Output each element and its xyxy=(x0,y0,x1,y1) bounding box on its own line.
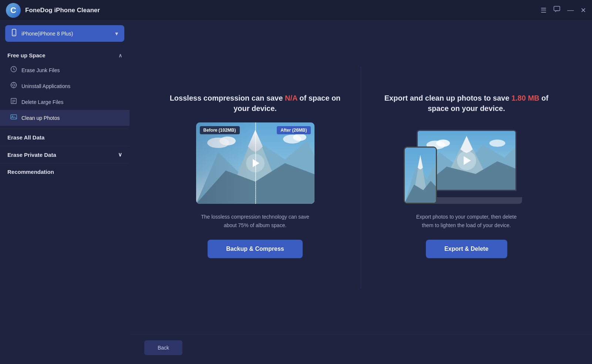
backup-compress-button[interactable]: Backup & Compress xyxy=(208,240,303,258)
compress-description: The lossless compression technology can … xyxy=(200,213,311,229)
sidebar-item-erase-all[interactable]: Erase All Data xyxy=(0,129,130,146)
phone xyxy=(404,146,437,204)
compress-card: Lossless compression can save N/A of spa… xyxy=(154,82,357,273)
window-controls: ☰ — ✕ xyxy=(541,6,586,15)
clock-icon xyxy=(10,66,17,74)
sidebar-item-uninstall-apps[interactable]: Uninstall Applications xyxy=(0,78,130,94)
export-card: Export and clean up photos to save 1.80 … xyxy=(365,82,568,273)
chevron-down-icon: ∨ xyxy=(118,151,122,158)
chat-icon[interactable] xyxy=(553,6,561,15)
svg-rect-0 xyxy=(554,6,560,11)
before-badge: Before (102MB) xyxy=(200,126,240,134)
minimize-icon[interactable]: — xyxy=(567,6,574,14)
sidebar-item-clean-photos[interactable]: Clean up Photos xyxy=(0,110,130,126)
phone-icon xyxy=(10,29,18,38)
card-divider xyxy=(361,67,361,289)
content-body: Lossless compression can save N/A of spa… xyxy=(130,21,592,334)
titlebar: C FoneDog iPhone Cleaner ☰ — ✕ xyxy=(0,0,592,21)
svg-point-5 xyxy=(13,84,15,86)
clean-photos-label: Clean up Photos xyxy=(21,115,60,121)
export-image xyxy=(404,122,529,204)
free-up-space-header[interactable]: Free up Space ∧ xyxy=(0,48,130,62)
device-chevron: ▼ xyxy=(114,31,119,37)
erase-junk-label: Erase Junk Files xyxy=(21,67,60,73)
delete-large-label: Delete Large Files xyxy=(21,99,64,105)
sidebar-item-delete-large[interactable]: Delete Large Files xyxy=(0,94,130,110)
bottom-bar: Back xyxy=(130,334,592,364)
phone-screen xyxy=(405,148,436,203)
file-icon xyxy=(10,98,17,106)
compress-heading: Lossless compression can save N/A of spa… xyxy=(168,93,342,114)
menu-icon[interactable]: ☰ xyxy=(541,6,546,14)
export-delete-button[interactable]: Export & Delete xyxy=(426,240,507,258)
app-title: FoneDog iPhone Cleaner xyxy=(25,7,541,14)
export-heading: Export and clean up photos to save 1.80 … xyxy=(380,93,554,114)
sidebar-item-erase-private[interactable]: Erase Private Data ∨ xyxy=(0,146,130,163)
play-button[interactable] xyxy=(246,154,265,172)
svg-point-24 xyxy=(293,134,306,141)
free-up-space-section: Free up Space ∧ Erase Junk Files xyxy=(0,48,130,129)
sidebar-item-recommendation[interactable]: Recommendation xyxy=(0,163,130,180)
close-icon[interactable]: ✕ xyxy=(581,6,586,14)
device-label: iPhone(iPhone 8 Plus) xyxy=(21,31,110,37)
device-selector[interactable]: iPhone(iPhone 8 Plus) ▼ xyxy=(5,25,124,42)
uninstall-apps-label: Uninstall Applications xyxy=(21,83,70,89)
svg-point-2 xyxy=(14,34,14,35)
laptop-play-button[interactable] xyxy=(457,151,476,170)
app-logo: C xyxy=(6,3,21,18)
apps-icon xyxy=(10,82,17,90)
sidebar: iPhone(iPhone 8 Plus) ▼ Free up Space ∧ … xyxy=(0,21,130,364)
back-button[interactable]: Back xyxy=(144,340,182,355)
photos-icon xyxy=(10,114,17,122)
svg-rect-14 xyxy=(11,115,17,119)
svg-rect-10 xyxy=(11,98,16,104)
chevron-up-icon: ∧ xyxy=(118,53,122,58)
after-badge: After (26MB) xyxy=(277,126,310,134)
svg-point-33 xyxy=(489,139,505,147)
compression-image: Before (102MB) After (26MB) xyxy=(196,122,314,204)
content-area: Lossless compression can save N/A of spa… xyxy=(130,21,592,364)
main-layout: iPhone(iPhone 8 Plus) ▼ Free up Space ∧ … xyxy=(0,21,592,364)
sidebar-item-erase-junk[interactable]: Erase Junk Files xyxy=(0,62,130,78)
export-description: Export photos to your computer, then del… xyxy=(411,213,522,229)
svg-point-32 xyxy=(436,139,450,147)
